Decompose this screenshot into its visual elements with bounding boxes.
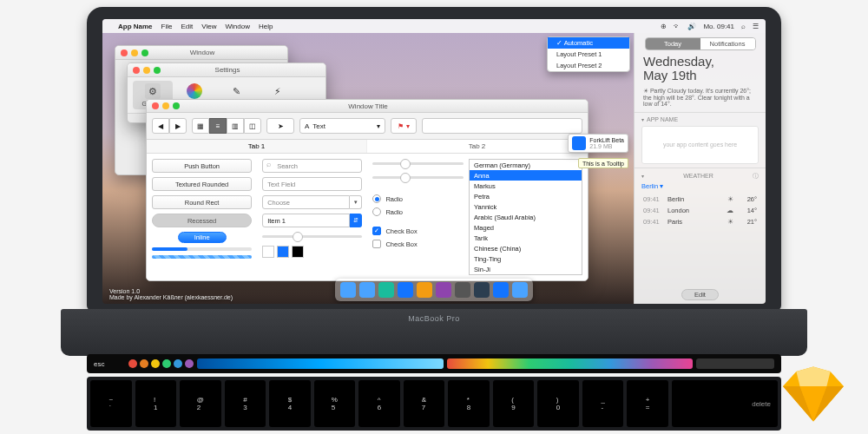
push-button[interactable]: Push Button <box>152 159 252 173</box>
checkbox-off[interactable] <box>372 240 381 248</box>
status-cloud-icon[interactable]: ⊕ <box>661 23 667 30</box>
touchbar-hue-slider[interactable] <box>197 358 444 369</box>
status-volume-icon[interactable]: 🔊 <box>687 23 696 30</box>
info-icon[interactable]: ⓘ <box>753 172 759 181</box>
swatch-black[interactable] <box>292 246 304 258</box>
slider[interactable] <box>372 176 464 179</box>
list-item[interactable]: Ting-Ting <box>470 253 582 264</box>
key[interactable]: @2 <box>180 380 221 427</box>
back-button[interactable]: ◀ <box>152 118 169 134</box>
weather-city-selected[interactable]: Berlin ▾ <box>641 182 759 190</box>
zoom-icon[interactable] <box>173 102 180 109</box>
dock-app[interactable] <box>359 282 375 298</box>
touchbar-color-dot[interactable] <box>162 359 171 368</box>
view-column-icon[interactable]: ▥ <box>227 118 244 134</box>
traffic-lights[interactable] <box>152 102 180 109</box>
item-dropdown[interactable]: Item 1⇵ <box>262 214 362 227</box>
tab-1[interactable]: Tab 1 <box>147 140 367 153</box>
close-icon[interactable] <box>121 49 128 56</box>
key[interactable]: )0 <box>537 380 579 427</box>
toolbar-arrow-button[interactable]: ➤ <box>266 118 294 134</box>
key[interactable]: delete <box>672 380 778 427</box>
tab-2[interactable]: Tab 2 <box>367 140 588 153</box>
search-field[interactable]: Search <box>262 159 362 173</box>
layout-popup[interactable]: AutomaticLayout Preset 1Layout Preset 2 <box>547 36 630 72</box>
traffic-lights[interactable] <box>121 49 148 56</box>
minimize-icon[interactable] <box>131 49 138 56</box>
key[interactable]: += <box>627 380 668 427</box>
list-item[interactable]: Sin-Ji <box>470 264 582 274</box>
zoom-icon[interactable] <box>141 49 148 56</box>
list-item[interactable]: Arabic (Saudi Arabia) <box>470 212 582 222</box>
view-mode-segment[interactable]: ▦ ≡ ▥ ◫ <box>192 118 261 134</box>
list-item[interactable]: Yannick <box>470 201 582 212</box>
color-swatches[interactable] <box>262 246 362 258</box>
key[interactable]: (9 <box>493 380 535 427</box>
touchbar-controlstrip[interactable] <box>696 358 774 369</box>
round-rect-button[interactable]: Round Rect <box>152 195 252 209</box>
status-wifi-icon[interactable]: ᯤ <box>674 23 681 30</box>
close-icon[interactable] <box>152 102 159 109</box>
toolbar-text-dropdown[interactable]: A Text ▾ <box>299 118 385 134</box>
touchbar-color-dot[interactable] <box>174 359 182 368</box>
nc-section-appname[interactable]: APP NAME <box>641 116 759 122</box>
language-list[interactable]: German (Germany)AnnaMarkusPetraYannickAr… <box>469 159 582 275</box>
dock-app[interactable] <box>398 282 413 298</box>
dock-app[interactable] <box>436 282 451 298</box>
view-icon-icon[interactable]: ▦ <box>192 118 209 134</box>
nc-edit-button[interactable]: Edit <box>681 289 719 300</box>
dock[interactable] <box>335 279 533 301</box>
swatch-white[interactable] <box>262 246 274 258</box>
nc-tab-today[interactable]: Today <box>646 38 700 49</box>
radio-off[interactable] <box>372 207 381 216</box>
menu-item[interactable]: Layout Preset 2 <box>548 60 629 71</box>
view-list-icon[interactable]: ≡ <box>209 118 227 134</box>
touchbar[interactable]: esc <box>87 354 781 373</box>
list-item[interactable]: Tarik <box>470 233 582 243</box>
keyboard[interactable]: ~`!1@2#3$4%5^6&7*8(9)0_-+=delete <box>87 377 781 431</box>
dock-app[interactable] <box>512 282 528 298</box>
inline-button[interactable]: Inline <box>178 232 227 243</box>
weather-row[interactable]: 09:41London☁︎14° <box>643 206 757 215</box>
status-nc-icon[interactable]: ☰ <box>753 23 759 30</box>
key[interactable]: %5 <box>314 380 356 427</box>
swatch-blue[interactable] <box>277 246 289 258</box>
list-item[interactable]: Chinese (China) <box>470 243 582 253</box>
menubar-clock[interactable]: Mo. 09:41 <box>703 23 734 30</box>
key[interactable]: !1 <box>135 380 177 427</box>
menubar-help[interactable]: Help <box>259 23 273 30</box>
list-item[interactable]: German (Germany) <box>470 160 582 170</box>
menubar-file[interactable]: File <box>161 23 173 30</box>
slider[interactable] <box>262 235 362 238</box>
close-icon[interactable] <box>133 67 140 74</box>
key[interactable]: ~` <box>90 380 132 427</box>
dock-app[interactable] <box>455 282 470 298</box>
key[interactable]: #3 <box>225 380 266 427</box>
key[interactable]: $4 <box>269 380 311 427</box>
dock-app[interactable] <box>340 282 356 298</box>
menu-item[interactable]: Layout Preset 1 <box>548 49 629 60</box>
traffic-lights[interactable] <box>133 67 161 74</box>
touchbar-color-dot[interactable] <box>140 359 148 368</box>
nc-section-weather[interactable]: WEATHER <box>683 173 713 179</box>
key[interactable]: *8 <box>448 380 490 427</box>
file-chip[interactable]: ForkLift Beta 21.9 MB <box>568 134 628 153</box>
key[interactable]: ^6 <box>358 380 400 427</box>
slider[interactable] <box>372 162 464 165</box>
forward-button[interactable]: ▶ <box>169 118 187 134</box>
weather-row[interactable]: 09:41Berlin☀︎26° <box>643 194 757 204</box>
nav-back-forward[interactable]: ◀ ▶ <box>152 118 187 134</box>
weather-row[interactable]: 09:41Paris☀︎21° <box>643 217 757 227</box>
menubar-window[interactable]: Window <box>225 23 249 30</box>
touchbar-color-dot[interactable] <box>128 359 137 368</box>
menubar-edit[interactable]: Edit <box>181 23 193 30</box>
textured-rounded-button[interactable]: Textured Rounded <box>152 177 252 191</box>
list-item[interactable]: Markus <box>470 181 582 191</box>
touchbar-color-dot[interactable] <box>151 359 160 368</box>
choose-dropdown[interactable]: Choose▾ <box>262 195 362 209</box>
touchbar-color-dot[interactable] <box>185 359 194 368</box>
zoom-icon[interactable] <box>154 67 161 74</box>
toolbar-search[interactable] <box>422 118 582 134</box>
list-item[interactable]: Maged <box>470 222 582 233</box>
list-item[interactable]: Anna <box>470 170 582 181</box>
